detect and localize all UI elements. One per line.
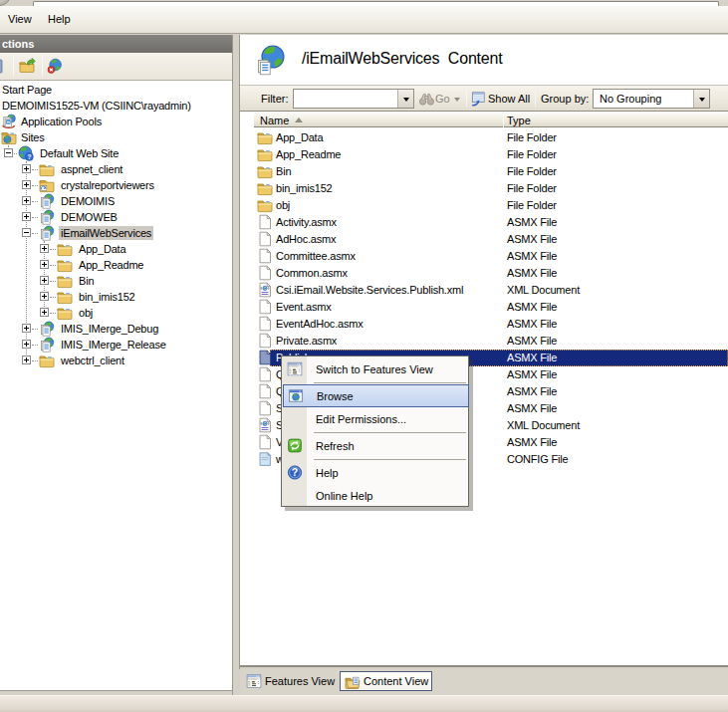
tree-item-label[interactable]: App_Readme xyxy=(79,259,143,271)
tree-item-imis-imerge-release[interactable]: IMIS_IMerge_Release xyxy=(0,337,232,353)
tree-item-imis-imerge-debug[interactable]: IMIS_IMerge_Debug xyxy=(0,321,232,337)
menu-help[interactable]: Help xyxy=(46,6,73,33)
filter-input[interactable] xyxy=(293,89,414,109)
file-name[interactable]: obj xyxy=(276,199,290,211)
file-name[interactable]: App_Data xyxy=(276,131,323,143)
tree-item-iemailwebservices[interactable]: iEmailWebServices xyxy=(0,225,232,241)
menu-view[interactable]: View xyxy=(6,6,34,33)
tab-content-view[interactable]: Content View xyxy=(340,671,432,691)
tree-item-app-data[interactable]: App_Data xyxy=(0,241,232,257)
tree-item-label[interactable]: DEMOWEB xyxy=(61,211,118,223)
menu-item-switch-to-features-view[interactable]: Switch to Features View xyxy=(283,357,468,380)
tree-item-label[interactable]: App_Data xyxy=(79,243,125,255)
tree-item-label[interactable]: IMIS_IMerge_Debug xyxy=(61,323,158,335)
tree-item-start-page[interactable]: Start Page xyxy=(0,82,232,98)
file-name[interactable]: Bin xyxy=(276,165,291,177)
expand-icon[interactable] xyxy=(22,196,31,205)
file-name[interactable]: Csi.iEmail.Website.Services.Publish.xml xyxy=(276,284,463,296)
file-row-common-asmx[interactable]: Common.asmxASMX File xyxy=(240,265,728,282)
expand-icon[interactable] xyxy=(22,324,31,333)
menu-item-help[interactable]: ?Help xyxy=(283,461,468,484)
tree-item-obj[interactable]: obj xyxy=(0,305,232,321)
go-button[interactable]: Go xyxy=(435,93,450,105)
collapse-icon[interactable] xyxy=(4,148,13,157)
tree-item-bin-imis152[interactable]: bin_imis152 xyxy=(0,289,232,305)
filter-dropdown-arrow-icon[interactable] xyxy=(397,90,413,108)
menu-item-browse[interactable]: Browse xyxy=(283,384,469,407)
file-name[interactable]: AdHoc.asmx xyxy=(276,233,336,245)
file-row-private-asmx[interactable]: Private.asmxASMX File xyxy=(240,333,728,350)
column-header-type[interactable]: Type xyxy=(507,114,531,127)
tree-item-label[interactable]: aspnet_client xyxy=(61,163,122,175)
file-name[interactable]: bin_imis152 xyxy=(276,182,333,194)
tree-item-label[interactable]: DEMOIMIS1525-VM (CSIINC\rayadmin) xyxy=(2,100,191,112)
file-row-activity-asmx[interactable]: Activity.asmxASMX File xyxy=(240,214,728,231)
expand-icon[interactable] xyxy=(22,212,31,221)
file-name[interactable]: Private.asmx xyxy=(276,335,337,347)
tree-item-label[interactable]: crystalreportviewers xyxy=(61,179,154,191)
expand-icon[interactable] xyxy=(40,292,49,301)
file-row-eventadhoc-asmx[interactable]: EventAdHoc.asmxASMX File xyxy=(240,316,728,333)
tree-item-label[interactable]: Sites xyxy=(21,131,44,143)
column-header-name[interactable]: Name xyxy=(260,114,289,127)
tree-item-label[interactable]: bin_imis152 xyxy=(79,291,135,303)
go-options-arrow-icon[interactable] xyxy=(452,91,462,107)
expand-icon[interactable] xyxy=(22,164,31,173)
file-row-bin[interactable]: BinFile Folder xyxy=(240,163,728,180)
file-name[interactable]: Common.asmx xyxy=(276,267,348,279)
expand-icon[interactable] xyxy=(40,244,49,253)
new-connection-folder-icon[interactable] xyxy=(19,58,36,75)
menu-item-online-help[interactable]: Online Help xyxy=(283,484,468,507)
file-row-bin-imis152[interactable]: bin_imis152File Folder xyxy=(240,180,728,197)
tree-item-label[interactable]: Bin xyxy=(79,275,94,287)
tab-features-view[interactable]: Features View xyxy=(242,671,338,691)
file-row-app-readme[interactable]: App_ReadmeFile Folder xyxy=(240,146,728,163)
tree-item-label[interactable]: Default Web Site xyxy=(40,147,119,159)
expand-icon[interactable] xyxy=(40,260,49,269)
tree-item-application-pools[interactable]: Application Pools xyxy=(0,114,232,129)
tree-item-label[interactable]: DEMOIMIS xyxy=(61,195,115,207)
file-row-committee-asmx[interactable]: Committee.asmxASMX File xyxy=(240,248,728,265)
tree-item-aspnet-client[interactable]: aspnet_client xyxy=(0,161,232,177)
show-all-button[interactable]: Show All xyxy=(488,93,530,105)
file-name[interactable]: Event.asmx xyxy=(276,301,331,313)
disconnect-globe-icon[interactable] xyxy=(47,58,64,75)
tree-item-webctrl-client[interactable]: webctrl_client xyxy=(0,353,232,368)
file-row-adhoc-asmx[interactable]: AdHoc.asmxASMX File xyxy=(240,231,728,248)
tree-item-label[interactable]: Start Page xyxy=(2,84,52,96)
group-by-dropdown-arrow-icon[interactable] xyxy=(693,90,709,108)
file-name[interactable]: App_Readme xyxy=(276,148,341,160)
tree-item-label[interactable]: Application Pools xyxy=(21,116,102,127)
save-icon[interactable] xyxy=(0,58,10,75)
splitter[interactable] xyxy=(232,35,233,695)
tree-item-demoweb[interactable]: DEMOWEB xyxy=(0,209,232,225)
expand-icon[interactable] xyxy=(40,276,49,285)
file-row-csi-iemail-website-services-publish-xml[interactable]: Csi.iEmail.Website.Services.Publish.xmlX… xyxy=(240,282,728,299)
tree-item-sites[interactable]: Sites xyxy=(0,129,232,145)
tree-item-label[interactable]: obj xyxy=(79,307,93,319)
expand-icon[interactable] xyxy=(40,308,49,317)
collapse-icon[interactable] xyxy=(22,228,31,237)
file-name[interactable]: Committee.asmx xyxy=(276,250,356,262)
file-name[interactable]: Activity.asmx xyxy=(276,216,337,228)
file-row-event-asmx[interactable]: Event.asmxASMX File xyxy=(240,299,728,316)
menu-item-edit-permissions-[interactable]: Edit Permissions... xyxy=(283,407,468,430)
tree-item-crystalreportviewers[interactable]: crystalreportviewers xyxy=(0,177,232,193)
tree-item-default-web-site[interactable]: ?Default Web Site xyxy=(0,145,232,161)
file-name[interactable]: EventAdHoc.asmx xyxy=(276,318,363,330)
column-divider[interactable] xyxy=(503,114,504,127)
expand-icon[interactable] xyxy=(22,340,31,349)
tree-item-label[interactable]: IMIS_IMerge_Release xyxy=(61,339,166,351)
group-by-select[interactable]: No Grouping xyxy=(593,89,710,109)
tree-item-label[interactable]: iEmailWebServices xyxy=(59,226,153,240)
tree-item-demoimis[interactable]: DEMOIMIS xyxy=(0,193,232,209)
tree-item-label[interactable]: webctrl_client xyxy=(61,355,124,366)
file-row-obj[interactable]: objFile Folder xyxy=(240,197,728,214)
tree-item-demoimis1525-vm-csiinc-rayadmin-[interactable]: DEMOIMIS1525-VM (CSIINC\rayadmin) xyxy=(0,98,232,114)
expand-icon[interactable] xyxy=(22,180,31,189)
tree-item-app-readme[interactable]: App_Readme xyxy=(0,257,232,273)
file-row-app-data[interactable]: App_DataFile Folder xyxy=(240,129,728,146)
tree-item-bin[interactable]: Bin xyxy=(0,273,232,289)
expand-icon[interactable] xyxy=(22,356,31,364)
menu-item-refresh[interactable]: Refresh xyxy=(283,434,468,457)
